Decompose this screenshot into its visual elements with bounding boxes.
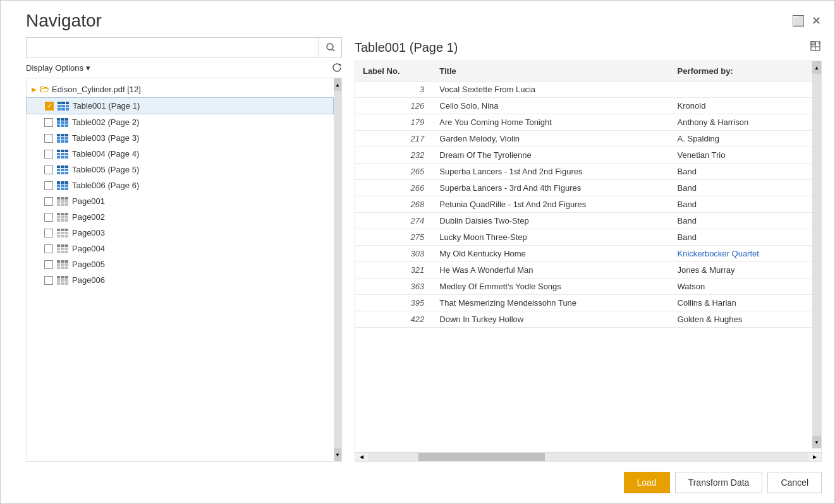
tree-item-page006[interactable]: Page006	[27, 272, 334, 288]
checkbox-table006[interactable]	[44, 181, 53, 190]
checkbox-table001[interactable]: ✓	[45, 102, 54, 111]
table-scroll-up-button[interactable]: ▲	[812, 61, 821, 74]
cell-performer: Band	[670, 229, 812, 246]
table-icon-page003	[57, 229, 68, 237]
cell-performer: Jones & Murray	[670, 262, 812, 279]
tree-item-table003[interactable]: Table003 (Page 3)	[27, 130, 334, 146]
export-icon	[809, 40, 822, 52]
checkbox-page002[interactable]	[44, 213, 53, 222]
table-scroll-thumb-h	[418, 453, 545, 462]
cell-title: Petunia QuadRille - 1st And 2nd Figures	[432, 196, 669, 213]
checkbox-table005[interactable]	[44, 165, 53, 174]
cell-label: 321	[355, 262, 432, 279]
checkbox-table002[interactable]	[44, 118, 53, 127]
folder-label: Edison_Cylinder.pdf [12]	[52, 85, 141, 94]
load-button[interactable]: Load	[624, 472, 670, 493]
table-icon-table005	[57, 165, 68, 174]
transform-data-button[interactable]: Transform Data	[675, 472, 763, 493]
search-input[interactable]	[27, 38, 319, 57]
tree-folder[interactable]: ▶ 🗁 Edison_Cylinder.pdf [12]	[27, 81, 334, 97]
edit-icon-button[interactable]	[332, 63, 342, 73]
table-icon-table001	[58, 102, 69, 111]
table-row: 265 Superba Lancers - 1st And 2nd Figure…	[355, 164, 821, 180]
cell-performer: Band	[670, 180, 812, 196]
cell-performer	[670, 81, 812, 98]
cell-label: 179	[355, 114, 432, 131]
tree-item-table005[interactable]: Table005 (Page 5)	[27, 162, 334, 177]
checkbox-page005[interactable]	[44, 260, 53, 269]
display-options-row: Display Options ▾	[26, 63, 342, 73]
table-scroll-down-button[interactable]: ▼	[812, 436, 821, 448]
close-button[interactable]: ✕	[810, 15, 822, 27]
table-icon-table004	[57, 150, 68, 159]
dialog-title: Navigator	[26, 11, 102, 31]
cell-title: That Mesmerizing Mendelssohn Tune	[432, 295, 669, 311]
refresh-icon	[332, 63, 342, 73]
checkbox-table004[interactable]	[44, 150, 53, 159]
table-row: 275 Lucky Moon Three-Step Band	[355, 229, 821, 246]
tree-item-table006[interactable]: Table006 (Page 6)	[27, 177, 334, 193]
cell-title: Garden Melody, Violin	[432, 131, 669, 147]
tree-item-table001[interactable]: ✓ Table001 (Page 1)	[27, 97, 334, 114]
cell-label: 266	[355, 180, 432, 196]
preview-header: Table001 (Page 1)	[355, 37, 822, 56]
checkbox-page001[interactable]	[44, 197, 53, 206]
table-row: 274 Dublin Daisies Two-Step Band	[355, 213, 821, 229]
table-icon-table002	[57, 118, 68, 127]
checkbox-page004[interactable]	[44, 244, 53, 253]
tree-item-table002[interactable]: Table002 (Page 2)	[27, 114, 334, 130]
cell-title: Dublin Daisies Two-Step	[432, 213, 669, 229]
cell-performer: Band	[670, 213, 812, 229]
item-label-table003: Table003 (Page 3)	[72, 133, 139, 143]
restore-button[interactable]: ⬜	[793, 15, 804, 27]
preview-export-button[interactable]	[809, 40, 822, 56]
table-icon-table003	[57, 134, 68, 143]
checkbox-table003[interactable]	[44, 134, 53, 143]
cell-title: Vocal Sextette From Lucia	[432, 81, 669, 98]
tree-item-page002[interactable]: Page002	[27, 209, 334, 225]
main-content: Display Options ▾ ▶ 🗁 Edi	[1, 31, 834, 462]
table-icon-table006	[57, 181, 68, 190]
search-button[interactable]	[319, 38, 341, 57]
tree-scroll-up-button[interactable]: ▲	[334, 78, 341, 91]
table-scroll-right-button[interactable]: ▶	[808, 453, 821, 462]
checkbox-page006[interactable]	[44, 276, 53, 285]
cell-performer: Band	[670, 164, 812, 180]
title-bar-controls: ⬜ ✕	[793, 15, 822, 27]
tree-item-page001[interactable]: Page001	[27, 193, 334, 209]
cell-title: Are You Coming Home Tonight	[432, 114, 669, 131]
cancel-button[interactable]: Cancel	[767, 472, 822, 493]
item-label-table004: Table004 (Page 4)	[72, 149, 139, 159]
cell-title: My Old Kentucky Home	[432, 246, 669, 262]
tree-item-page003[interactable]: Page003	[27, 225, 334, 241]
tree-item-page005[interactable]: Page005	[27, 256, 334, 272]
cell-title: Superba Lancers - 1st And 2nd Figures	[432, 164, 669, 180]
display-options-button[interactable]: Display Options ▾	[26, 63, 90, 73]
tree-item-table004[interactable]: Table004 (Page 4)	[27, 146, 334, 162]
tree-item-page004[interactable]: Page004	[27, 241, 334, 256]
item-label-page006: Page006	[72, 275, 105, 285]
item-label-table002: Table002 (Page 2)	[72, 117, 139, 127]
table-row: 422 Down In Turkey Hollow Golden & Hughe…	[355, 311, 821, 328]
tree-scrollbar: ▲ ▼	[334, 78, 341, 461]
cell-performer: Anthony & Harrison	[670, 114, 812, 131]
cell-title: Dream Of The Tyrolienne	[432, 147, 669, 164]
table-icon-page001	[57, 197, 68, 206]
tree-panel: ▶ 🗁 Edison_Cylinder.pdf [12] ✓ Table001 …	[26, 78, 342, 462]
table-horizontal-scrollbar: ◀ ▶	[355, 452, 821, 461]
table-scroll-track	[812, 74, 821, 436]
table-icon-page004	[57, 244, 68, 253]
search-bar	[26, 37, 342, 57]
col-title: Title	[432, 61, 669, 81]
item-label-page003: Page003	[72, 228, 105, 237]
table-scroll-left-button[interactable]: ◀	[355, 453, 368, 462]
item-label-table006: Table006 (Page 6)	[72, 181, 139, 190]
table-row: 232 Dream Of The Tyrolienne Venetian Tri…	[355, 147, 821, 164]
tree-scroll-down-button[interactable]: ▼	[334, 448, 341, 461]
cell-label: 232	[355, 147, 432, 164]
table-row: 363 Medley Of Emmett's Yodle Songs Watso…	[355, 279, 821, 295]
cell-label: 422	[355, 311, 432, 328]
table-row: 3 Vocal Sextette From Lucia	[355, 81, 821, 98]
footer: Load Transform Data Cancel	[1, 462, 834, 503]
checkbox-page003[interactable]	[44, 229, 53, 237]
